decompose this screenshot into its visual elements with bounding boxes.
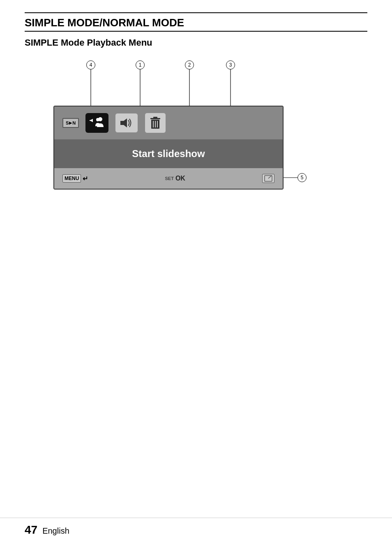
speaker-icon-btn: [115, 113, 138, 133]
svg-point-7: [98, 117, 102, 121]
screen-middle: Start slideshow: [54, 139, 283, 168]
camera-screen: S▶N: [53, 106, 284, 190]
section-rule: [25, 31, 367, 32]
page-content: SIMPLE MODE/NORMAL MODE SIMPLE Mode Play…: [0, 0, 392, 206]
screen-top-bar: S▶N: [54, 106, 283, 139]
page-number: 47: [25, 523, 37, 537]
callout-4: 4: [86, 60, 95, 69]
ok-label: OK: [175, 175, 185, 182]
bottom-rule: [0, 518, 392, 518]
svg-rect-11: [153, 117, 157, 118]
top-rule: [25, 12, 367, 13]
diagram-area: 4 1 2 3: [49, 60, 316, 190]
sub-title: SIMPLE Mode Playback Menu: [25, 37, 367, 48]
menu-label: MENU: [62, 174, 81, 183]
bottom-left: MENU ↵: [62, 174, 88, 183]
page-language: English: [42, 526, 69, 536]
speaker-icon: [120, 117, 134, 129]
svg-rect-8: [120, 121, 124, 125]
bottom-center: SET OK: [165, 175, 185, 182]
trash-icon: [149, 116, 161, 130]
callout-2: 2: [185, 60, 194, 69]
slideshow-text: Start slideshow: [132, 148, 205, 160]
set-label: SET: [165, 176, 173, 181]
main-title: SIMPLE MODE/NORMAL MODE: [25, 16, 367, 29]
btn-sn: S▶N: [62, 118, 79, 128]
return-icon: ↵: [83, 175, 88, 183]
callout-1: 1: [136, 60, 145, 69]
trash-icon-btn: [145, 113, 166, 133]
page-footer: 47 English: [25, 523, 69, 537]
corner-icon: [264, 175, 272, 182]
people-icon-btn: [85, 113, 108, 133]
callout-3: 3: [226, 60, 235, 69]
people-icon: [90, 116, 104, 130]
bottom-right-icon: [262, 174, 274, 183]
svg-marker-9: [124, 118, 127, 127]
screen-bottom: MENU ↵ SET OK: [54, 168, 283, 189]
svg-line-17: [268, 176, 272, 178]
callout-5: 5: [297, 173, 307, 182]
